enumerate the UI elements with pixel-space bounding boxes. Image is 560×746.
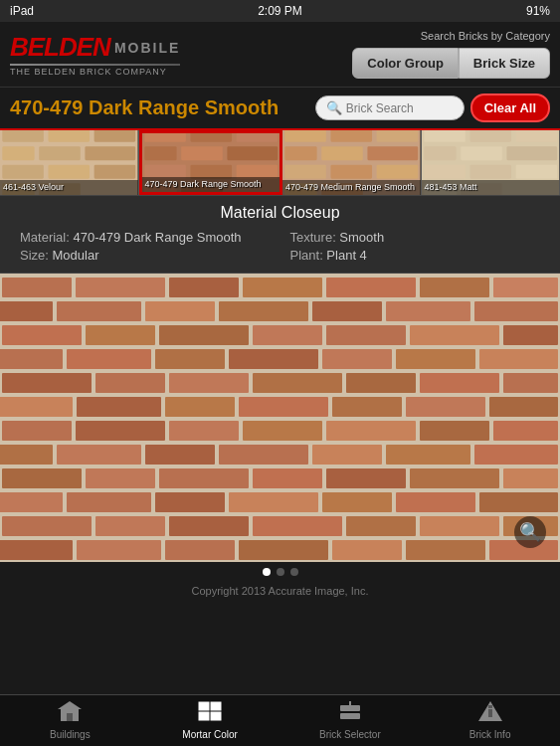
title-search-row: 470-479 Dark Range Smooth 🔍 Clear All — [0, 88, 560, 128]
svg-rect-44 — [469, 165, 511, 179]
svg-rect-115 — [86, 468, 155, 488]
magnify-icon[interactable]: 🔍 — [514, 516, 546, 548]
svg-rect-131 — [253, 516, 342, 536]
nav-brick-selector[interactable]: Brick Selector — [280, 697, 421, 744]
svg-rect-133 — [420, 516, 499, 536]
svg-rect-87 — [95, 373, 165, 393]
material-closeup-title: Material Closeup — [20, 204, 540, 222]
svg-rect-66 — [57, 301, 141, 321]
svg-rect-15 — [236, 133, 278, 142]
svg-rect-63 — [420, 278, 489, 297]
svg-rect-136 — [77, 540, 161, 560]
material-label: Material: — [20, 230, 73, 245]
svg-rect-65 — [0, 301, 53, 321]
svg-rect-94 — [77, 397, 161, 417]
brick-size-button[interactable]: Brick Size — [459, 48, 550, 79]
svg-rect-59 — [76, 278, 165, 297]
svg-rect-129 — [95, 516, 165, 536]
thumb-label-4: 481-453 Matt — [422, 180, 560, 195]
svg-rect-39 — [515, 130, 557, 142]
svg-rect-110 — [219, 445, 308, 465]
logo-underline — [10, 64, 180, 66]
texture-label: Texture: — [290, 230, 340, 245]
svg-rect-101 — [76, 421, 165, 441]
svg-rect-135 — [0, 540, 73, 560]
svg-rect-111 — [312, 445, 382, 465]
svg-rect-60 — [169, 278, 239, 297]
svg-rect-25 — [284, 130, 326, 142]
plant-label: Plant: — [290, 248, 327, 263]
nav-brick-selector-label: Brick Selector — [319, 729, 381, 740]
thumb-item-1[interactable]: 461-463 Velour — [0, 130, 139, 195]
clear-all-button[interactable]: Clear All — [470, 93, 550, 122]
svg-rect-95 — [165, 397, 235, 417]
svg-rect-130 — [169, 516, 249, 536]
svg-rect-61 — [243, 278, 322, 297]
svg-rect-92 — [503, 373, 558, 393]
battery-text: 91% — [526, 4, 550, 18]
status-bar: iPad 2:09 PM 91% — [0, 0, 560, 22]
svg-rect-96 — [239, 397, 328, 417]
svg-rect-102 — [169, 421, 239, 441]
carrier-text: iPad — [10, 4, 34, 18]
thumb-item-3[interactable]: 470-479 Medium Range Smooth — [282, 130, 422, 195]
svg-rect-139 — [332, 540, 402, 560]
svg-rect-75 — [253, 325, 322, 345]
svg-rect-124 — [229, 492, 318, 512]
pagination-dots — [0, 562, 560, 582]
svg-rect-26 — [330, 130, 372, 142]
mortar-color-icon — [198, 701, 222, 726]
dot-2 — [277, 568, 284, 576]
svg-rect-109 — [145, 445, 215, 465]
logo-area: BELDEN MOBILE THE BELDEN BRICK COMPANY — [10, 32, 180, 77]
svg-rect-118 — [326, 468, 406, 488]
nav-mortar-color[interactable]: Mortar Color — [140, 697, 280, 744]
search-category-area: Search Bricks by Category Color Group Br… — [352, 30, 550, 79]
nav-buildings[interactable]: Buildings — [0, 697, 140, 744]
category-buttons: Color Group Brick Size — [352, 48, 550, 79]
dot-1 — [263, 568, 271, 576]
brick-selector-icon — [338, 701, 362, 726]
svg-rect-37 — [424, 130, 466, 142]
svg-rect-128 — [2, 516, 92, 536]
search-row: 🔍 Clear All — [315, 93, 550, 122]
svg-rect-29 — [321, 146, 363, 160]
svg-rect-154 — [488, 705, 492, 708]
svg-rect-93 — [0, 397, 73, 417]
svg-rect-3 — [94, 130, 136, 142]
search-input[interactable] — [346, 101, 456, 115]
svg-rect-82 — [229, 349, 318, 369]
thumb-item-4[interactable]: 481-453 Matt — [422, 130, 561, 195]
svg-rect-43 — [424, 165, 466, 179]
svg-rect-17 — [181, 146, 223, 160]
svg-rect-78 — [503, 325, 558, 345]
svg-rect-137 — [165, 540, 235, 560]
nav-brick-info[interactable]: Brick Info — [420, 697, 560, 744]
nav-brick-info-label: Brick Info — [469, 729, 511, 740]
color-group-button[interactable]: Color Group — [352, 48, 459, 79]
thumb-label-2: 470-479 Dark Range Smooth — [142, 177, 280, 192]
svg-rect-146 — [211, 702, 221, 710]
svg-rect-41 — [461, 146, 502, 160]
svg-rect-97 — [332, 397, 402, 417]
svg-rect-100 — [2, 421, 72, 441]
svg-rect-103 — [243, 421, 322, 441]
svg-rect-106 — [493, 421, 558, 441]
svg-rect-33 — [377, 165, 419, 179]
svg-rect-117 — [253, 468, 322, 488]
time-text: 2:09 PM — [258, 4, 302, 18]
svg-rect-70 — [386, 301, 470, 321]
svg-rect-30 — [367, 146, 418, 160]
nav-mortar-color-label: Mortar Color — [182, 729, 238, 740]
svg-rect-108 — [57, 445, 141, 465]
search-box[interactable]: 🔍 — [315, 95, 465, 120]
header: BELDEN MOBILE THE BELDEN BRICK COMPANY S… — [0, 22, 560, 88]
svg-rect-14 — [190, 133, 232, 142]
thumb-item-2[interactable]: 470-479 Dark Range Smooth — [139, 130, 283, 195]
svg-rect-144 — [67, 713, 73, 721]
svg-rect-7 — [2, 165, 44, 179]
size-row: Size: Modular — [20, 248, 271, 263]
svg-rect-121 — [0, 492, 63, 512]
svg-rect-77 — [410, 325, 499, 345]
brick-info-icon — [478, 701, 502, 726]
